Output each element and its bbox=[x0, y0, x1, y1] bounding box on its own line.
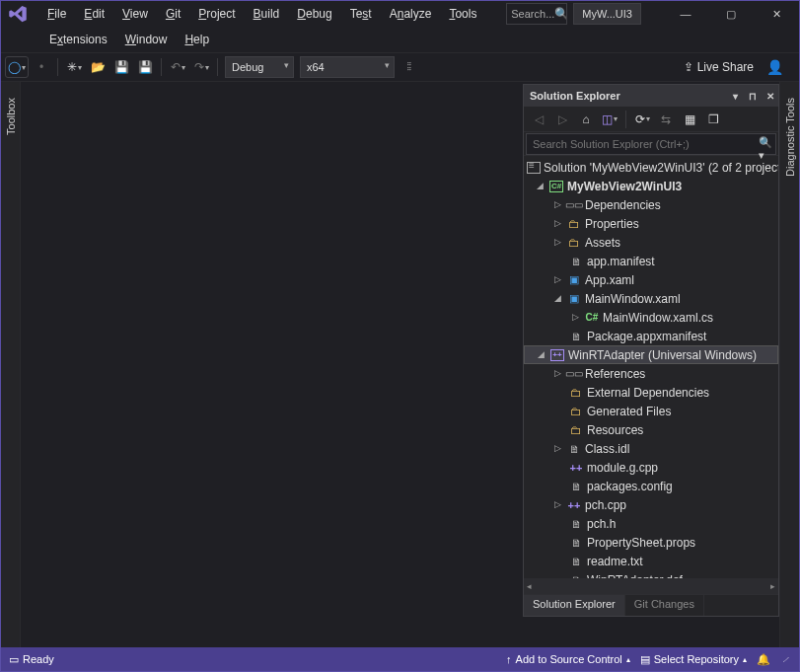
resources-node[interactable]: 🗀Resources bbox=[524, 420, 778, 439]
se-switch-view-icon[interactable]: ◫ bbox=[599, 109, 620, 130]
live-share-button[interactable]: ⇪ Live Share bbox=[684, 60, 754, 74]
mainwindow-xaml-file[interactable]: ◢▣MainWindow.xaml bbox=[524, 289, 778, 308]
readme-file[interactable]: 🗎readme.txt bbox=[524, 552, 778, 570]
project-node-2[interactable]: ◢++WinRTAdapter (Universal Windows) bbox=[524, 345, 778, 364]
propsheet-file[interactable]: 🗎PropertySheet.props bbox=[524, 533, 778, 552]
platform-dropdown[interactable]: x64 bbox=[300, 56, 395, 78]
tab-solution-explorer[interactable]: Solution Explorer bbox=[524, 595, 625, 616]
se-search-icon[interactable]: 🔍▾ bbox=[759, 136, 774, 152]
solution-name[interactable]: MyW...UI3 bbox=[573, 3, 641, 25]
class-idl-file[interactable]: ▷🗎Class.idl bbox=[524, 439, 778, 458]
save-all-button[interactable]: 💾 bbox=[134, 56, 156, 78]
solution-explorer-title[interactable]: Solution Explorer ▾ ⊓ ✕ bbox=[524, 85, 778, 107]
resize-grip-icon: ⟋ bbox=[780, 653, 791, 665]
winrt-def-file[interactable]: 🗎WinRTAdapter.def bbox=[524, 570, 778, 578]
add-source-control-button[interactable]: ↑Add to Source Control ▴ bbox=[506, 653, 630, 665]
open-button[interactable]: 📂 bbox=[87, 56, 109, 78]
diagnostic-tools-tab[interactable]: Diagnostic Tools bbox=[784, 92, 796, 183]
menu-file[interactable]: File bbox=[38, 4, 75, 24]
assets-node[interactable]: ▷🗀Assets bbox=[524, 233, 778, 252]
window-menu-icon[interactable]: ▾ bbox=[727, 88, 743, 104]
se-search-input[interactable] bbox=[526, 133, 776, 155]
se-properties-icon[interactable]: ❐ bbox=[702, 109, 724, 130]
packages-config-file[interactable]: 🗎packages.config bbox=[524, 477, 778, 495]
back-nav-button[interactable]: ◯ bbox=[5, 56, 29, 78]
se-home-icon[interactable]: ⌂ bbox=[575, 109, 597, 130]
horizontal-scrollbar[interactable]: ◂▸ bbox=[524, 578, 778, 594]
select-repo-button[interactable]: ▤Select Repository ▴ bbox=[640, 653, 747, 666]
close-button[interactable]: ✕ bbox=[754, 1, 799, 27]
app-manifest-file[interactable]: 🗎app.manifest bbox=[524, 252, 778, 270]
maximize-button[interactable]: ▢ bbox=[708, 1, 754, 27]
menu-tools[interactable]: Tools bbox=[440, 4, 485, 24]
menu-test[interactable]: Test bbox=[341, 4, 381, 24]
tab-git-changes[interactable]: Git Changes bbox=[625, 595, 704, 616]
tool-window-tabs: Solution Explorer Git Changes bbox=[524, 594, 778, 616]
se-show-all-icon[interactable]: ▦ bbox=[679, 109, 700, 130]
dependencies-node[interactable]: ▷▭▭Dependencies bbox=[524, 195, 778, 214]
main-toolbar: ◯ • ✳ 📂 💾 💾 ↶ ↷ Debug x64 ⦙⦙ ⇪ Live Shar… bbox=[1, 52, 799, 82]
se-forward-icon[interactable]: ▷ bbox=[551, 109, 573, 130]
module-g-cpp-file[interactable]: ++module.g.cpp bbox=[524, 458, 778, 477]
menu-window[interactable]: Window bbox=[116, 30, 177, 49]
pin-icon[interactable]: ⊓ bbox=[745, 88, 761, 104]
undo-button[interactable]: ↶ bbox=[167, 56, 188, 78]
bell-icon[interactable]: 🔔 bbox=[757, 653, 770, 666]
se-sync-icon[interactable]: ⟳ bbox=[631, 109, 653, 130]
generated-files-node[interactable]: 🗀Generated Files bbox=[524, 402, 778, 420]
menu-help[interactable]: Help bbox=[176, 30, 218, 49]
pch-h-file[interactable]: 🗎pch.h bbox=[524, 514, 778, 533]
forward-nav-button[interactable]: • bbox=[31, 56, 52, 78]
external-deps-node[interactable]: 🗀External Dependencies bbox=[524, 383, 778, 402]
toolbox-tab[interactable]: Toolbox bbox=[5, 92, 17, 141]
app-xaml-file[interactable]: ▷▣App.xaml bbox=[524, 270, 778, 289]
project-node-1[interactable]: ◢C#MyWebView2WinUI3 bbox=[524, 177, 778, 195]
mainwindow-cs-file[interactable]: ▷C#MainWindow.xaml.cs bbox=[524, 308, 778, 327]
properties-node[interactable]: ▷🗀Properties bbox=[524, 214, 778, 233]
redo-button[interactable]: ↷ bbox=[190, 56, 212, 78]
menu-git[interactable]: Git bbox=[157, 4, 189, 24]
overflow-icon[interactable]: ⦙⦙ bbox=[399, 56, 420, 78]
solution-tree[interactable]: Solution 'MyWebView2WinUI3' (2 of 2 proj… bbox=[524, 156, 778, 578]
search-box[interactable]: Search...🔍 bbox=[506, 3, 567, 25]
se-back-icon[interactable]: ◁ bbox=[528, 109, 549, 130]
account-icon[interactable]: 👤 bbox=[764, 56, 785, 78]
menu-view[interactable]: View bbox=[113, 4, 157, 24]
menu-debug[interactable]: Debug bbox=[288, 4, 340, 24]
menu-build[interactable]: Build bbox=[245, 4, 289, 24]
menu-extensions[interactable]: Extensions bbox=[40, 30, 116, 49]
live-share-icon: ⇪ bbox=[684, 60, 693, 74]
solution-explorer-toolbar: ◁ ▷ ⌂ ◫ ⟳ ⇆ ▦ ❐ bbox=[524, 107, 778, 132]
status-ready: ▭Ready bbox=[9, 653, 54, 666]
se-filter-icon[interactable]: ⇆ bbox=[655, 109, 677, 130]
package-appxmanifest-file[interactable]: 🗎Package.appxmanifest bbox=[524, 327, 778, 345]
status-bar: ▭Ready ↑Add to Source Control ▴ ▤Select … bbox=[1, 647, 799, 671]
solution-explorer-search[interactable]: 🔍▾ bbox=[524, 132, 778, 156]
menu-project[interactable]: Project bbox=[189, 4, 244, 24]
output-icon: ▭ bbox=[9, 653, 19, 666]
menu-analyze[interactable]: Analyze bbox=[381, 4, 441, 24]
minimize-button[interactable]: — bbox=[663, 1, 708, 27]
pch-cpp-file[interactable]: ▷++pch.cpp bbox=[524, 495, 778, 514]
title-bar: File Edit View Git Project Build Debug T… bbox=[1, 1, 799, 52]
references-node[interactable]: ▷▭▭References bbox=[524, 364, 778, 383]
vs-logo-icon bbox=[7, 3, 29, 25]
save-button[interactable]: 💾 bbox=[110, 56, 132, 78]
right-dock: Diagnostic Tools bbox=[779, 82, 799, 647]
repo-icon: ▤ bbox=[640, 653, 650, 666]
menu-edit[interactable]: Edit bbox=[75, 4, 113, 24]
new-item-button[interactable]: ✳ bbox=[63, 56, 85, 78]
upload-icon: ↑ bbox=[506, 653, 512, 665]
solution-explorer-window: Solution Explorer ▾ ⊓ ✕ ◁ ▷ ⌂ ◫ ⟳ ⇆ ▦ ❐ … bbox=[523, 84, 779, 617]
left-dock: Toolbox bbox=[1, 82, 21, 647]
solution-node[interactable]: Solution 'MyWebView2WinUI3' (2 of 2 proj… bbox=[524, 158, 778, 177]
config-dropdown[interactable]: Debug bbox=[225, 56, 294, 78]
close-panel-icon[interactable]: ✕ bbox=[763, 88, 778, 104]
